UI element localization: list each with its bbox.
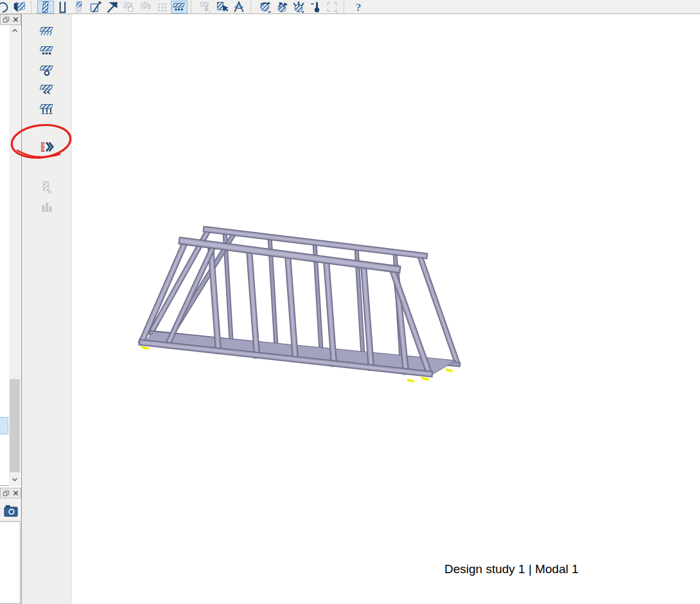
pad-posts-icon: [40, 102, 54, 116]
new-snapshot-button[interactable]: [2, 502, 20, 519]
hatch-arrow-icon: [199, 1, 212, 13]
top-toolbar: ?: [0, 0, 700, 14]
question-icon: ?: [352, 1, 365, 13]
bar-hatch-icon: [39, 1, 52, 13]
mesh-refine-button[interactable]: [197, 1, 214, 13]
corner-arrows-icon: [326, 1, 338, 13]
support-sliding-button[interactable]: [38, 81, 56, 98]
scrollbar-thumb[interactable]: [10, 379, 20, 472]
support-fixed-button[interactable]: [38, 23, 56, 40]
support-pinned-button[interactable]: [38, 42, 56, 59]
node-grid-button[interactable]: [154, 1, 171, 13]
close-icon: [12, 490, 19, 497]
chevron-down-icon: [11, 475, 19, 483]
moment-load-button[interactable]: [257, 1, 274, 13]
dot-grid-icon: [156, 1, 169, 13]
report-study-button[interactable]: [11, 1, 28, 13]
gallery-toolbar: [0, 499, 21, 521]
rotate-arc-icon: [0, 1, 9, 13]
touch-select-icon: [216, 1, 229, 13]
support-roller-button[interactable]: [38, 62, 56, 78]
solid-mesh-button[interactable]: [37, 1, 54, 13]
fit-view-button[interactable]: [324, 1, 340, 13]
application-window: Design study 1 | Modal 1 ?: [0, 0, 700, 604]
supports-button[interactable]: [171, 1, 188, 13]
camera-icon: [3, 503, 19, 518]
float-panel-button[interactable]: [2, 490, 10, 497]
help-button[interactable]: ?: [350, 1, 367, 13]
force-load-button[interactable]: [274, 1, 290, 13]
outline-u-icon: [56, 1, 69, 13]
rect-slash-icon: [89, 1, 102, 13]
measure-a-icon: [232, 1, 245, 13]
select-entity-button[interactable]: [214, 1, 231, 13]
pad-dots-icon: [40, 44, 54, 58]
measure-button[interactable]: [231, 1, 247, 13]
selected-tree-item[interactable]: [0, 417, 8, 434]
hatch-circle-icon: [123, 1, 136, 13]
shell-outline-button[interactable]: [54, 1, 71, 13]
chart-bars-icon: [40, 199, 54, 213]
pad-dots-icon: [173, 1, 186, 13]
bar-hatch-half-icon: [73, 1, 85, 13]
surface-split-button[interactable]: [104, 1, 121, 13]
ball-rotate-icon: [259, 1, 272, 13]
close-panel-button[interactable]: [12, 490, 19, 497]
gallery-panel-header: [0, 488, 21, 499]
stripes-chevrons-icon: [40, 140, 54, 154]
float-icon: [3, 16, 10, 23]
study-caption: Design study 1 | Modal 1: [444, 562, 579, 576]
close-panel-button[interactable]: [12, 16, 19, 24]
scroll-down-button[interactable]: [9, 474, 21, 484]
pad-chevrons-icon: [40, 82, 54, 96]
3d-viewport[interactable]: [72, 14, 700, 604]
ball-flags-icon: [276, 1, 288, 13]
results-chart-button[interactable]: [38, 198, 56, 215]
ball-radial-icon: [292, 1, 305, 13]
gallery-panel-content: [0, 521, 21, 604]
report-study-icon: [13, 1, 26, 13]
pad-ring-icon: [40, 63, 54, 77]
thermometer-icon: [309, 1, 322, 13]
scroll-up-button[interactable]: [9, 25, 21, 36]
browser-scrollbar[interactable]: [9, 25, 21, 486]
thermal-load-button[interactable]: [307, 1, 324, 13]
convergence-button[interactable]: [38, 139, 56, 155]
contact-manual-button[interactable]: [137, 1, 154, 13]
mesh-options-button[interactable]: [38, 179, 56, 195]
browser-panel-header: [0, 14, 21, 25]
toolbar-separator: [191, 1, 194, 13]
pad-ticks-icon: [40, 24, 54, 39]
support-posts-button[interactable]: [38, 100, 56, 117]
svg-text:?: ?: [356, 1, 362, 13]
edit-geometry-button[interactable]: [87, 1, 104, 13]
filled-slash-icon: [106, 1, 119, 13]
hatch-hook-icon: [139, 1, 152, 13]
toolbar-separator: [31, 1, 34, 13]
toolbar-separator: [344, 1, 347, 13]
float-icon: [3, 490, 10, 497]
bar-hatch-caret-icon: [40, 180, 54, 194]
constraints-toolbar: [21, 14, 72, 604]
partial-mesh-button[interactable]: [71, 1, 87, 13]
float-panel-button[interactable]: [2, 16, 10, 24]
contact-auto-button[interactable]: [121, 1, 137, 13]
close-icon: [12, 16, 19, 23]
chevron-up-icon: [11, 27, 19, 35]
rotate-view-button[interactable]: [0, 1, 11, 13]
pressure-load-button[interactable]: [290, 1, 307, 13]
toolbar-separator: [250, 1, 254, 13]
